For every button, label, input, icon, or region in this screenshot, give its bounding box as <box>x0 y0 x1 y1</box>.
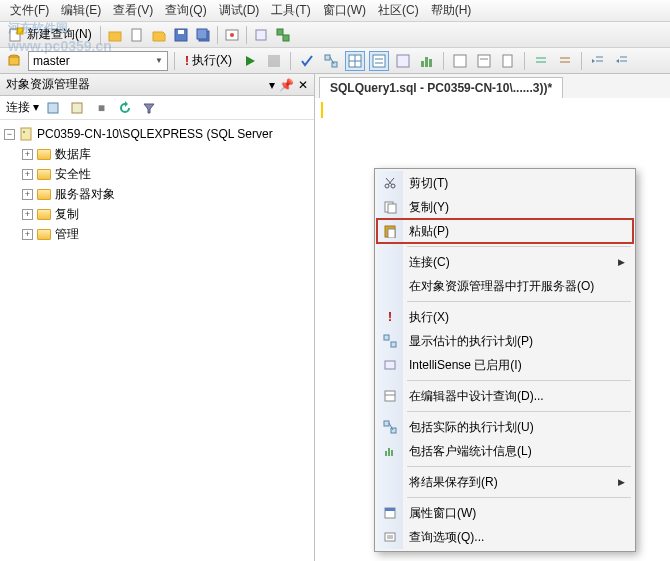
save-all-icon[interactable] <box>193 25 213 45</box>
uncomment-icon[interactable] <box>555 51 575 71</box>
svg-rect-45 <box>72 103 82 113</box>
menu-window[interactable]: 窗口(W) <box>317 0 372 21</box>
separator <box>443 52 444 70</box>
include-plan-icon[interactable] <box>393 51 413 71</box>
separator <box>581 52 582 70</box>
pin-icon[interactable]: 📌 <box>279 78 294 92</box>
svg-point-9 <box>230 33 234 37</box>
stats-icon[interactable] <box>417 51 437 71</box>
database-dropdown[interactable]: master ▼ <box>28 51 168 71</box>
tree-node-management[interactable]: + 管理 <box>0 224 314 244</box>
open-icon[interactable] <box>105 25 125 45</box>
filter-icon[interactable] <box>139 98 159 118</box>
editor-tab[interactable]: SQLQuery1.sql - PC0359-CN-10\......3))* <box>319 77 563 98</box>
comment-icon[interactable] <box>531 51 551 71</box>
svg-rect-3 <box>132 29 141 41</box>
svg-rect-60 <box>385 391 395 401</box>
folder-icon <box>36 186 52 202</box>
expand-icon[interactable]: + <box>22 229 33 240</box>
connect-button[interactable]: 连接 ▾ <box>6 99 39 116</box>
save-icon[interactable] <box>171 25 191 45</box>
stop-icon[interactable] <box>264 51 284 71</box>
svg-rect-66 <box>388 448 390 456</box>
ctx-plan[interactable]: 显示估计的执行计划(P) <box>377 329 633 353</box>
results-to-file-icon[interactable] <box>498 51 518 71</box>
refresh-icon[interactable] <box>115 98 135 118</box>
server-icon <box>18 126 34 142</box>
svg-rect-1 <box>17 28 23 34</box>
outdent-icon[interactable] <box>612 51 632 71</box>
results-to-grid-icon[interactable] <box>450 51 470 71</box>
menu-separator <box>407 380 631 381</box>
dropdown-icon[interactable]: ▾ <box>269 78 275 92</box>
svg-rect-10 <box>256 30 266 40</box>
menu-debug[interactable]: 调试(D) <box>213 0 266 21</box>
menu-view[interactable]: 查看(V) <box>107 0 159 21</box>
svg-rect-14 <box>9 57 19 65</box>
svg-rect-58 <box>391 342 396 347</box>
results-grid-icon[interactable] <box>345 51 365 71</box>
connect-icon[interactable] <box>43 98 63 118</box>
results-text-icon[interactable] <box>369 51 389 71</box>
tool-icon[interactable] <box>251 25 271 45</box>
ctx-label: 查询选项(Q)... <box>409 529 484 546</box>
menu-file[interactable]: 文件(F) <box>4 0 55 21</box>
db-icon[interactable] <box>4 51 24 71</box>
tree-node-database[interactable]: + 数据库 <box>0 144 314 164</box>
menu-separator <box>407 466 631 467</box>
ctx-copy[interactable]: 复制(Y) <box>377 195 633 219</box>
menu-edit[interactable]: 编辑(E) <box>55 0 107 21</box>
expand-icon[interactable]: + <box>22 169 33 180</box>
menu-community[interactable]: 社区(C) <box>372 0 425 21</box>
ctx-label: 显示估计的执行计划(P) <box>409 333 533 350</box>
debug-icon[interactable] <box>240 51 260 71</box>
execute-button[interactable]: ! 执行(X) <box>181 52 236 69</box>
parse-icon[interactable] <box>297 51 317 71</box>
ctx-paste[interactable]: 粘贴(P) <box>377 219 633 243</box>
plan-icon[interactable] <box>321 51 341 71</box>
tree-node-replication[interactable]: + 复制 <box>0 204 314 224</box>
connect-toolbar: 连接 ▾ ■ <box>0 96 314 120</box>
exec-icon: ! <box>382 309 398 325</box>
ctx-cut[interactable]: 剪切(T) <box>377 171 633 195</box>
object-tree[interactable]: − PC0359-CN-10\SQLEXPRESS (SQL Server + … <box>0 120 314 561</box>
ctx-prop[interactable]: 属性窗口(W) <box>377 501 633 525</box>
menu-help[interactable]: 帮助(H) <box>425 0 478 21</box>
ctx-item[interactable]: 在对象资源管理器中打开服务器(O) <box>377 274 633 298</box>
close-icon[interactable]: ✕ <box>298 78 308 92</box>
ctx-design[interactable]: 在编辑器中设计查询(D)... <box>377 384 633 408</box>
disconnect-icon[interactable] <box>67 98 87 118</box>
expand-icon[interactable]: + <box>22 149 33 160</box>
expand-icon[interactable]: + <box>22 209 33 220</box>
stop-icon[interactable]: ■ <box>91 98 111 118</box>
design-icon <box>382 388 398 404</box>
toolbar-query: master ▼ ! 执行(X) <box>0 48 670 74</box>
results-to-text-icon[interactable] <box>474 51 494 71</box>
open-file-icon[interactable] <box>149 25 169 45</box>
tree-label: 数据库 <box>55 146 91 163</box>
ctx-item[interactable]: 连接(C)▶ <box>377 250 633 274</box>
tree-node-server-objects[interactable]: + 服务器对象 <box>0 184 314 204</box>
ctx-stats[interactable]: 包括客户端统计信息(L) <box>377 439 633 463</box>
indent-icon[interactable] <box>588 51 608 71</box>
ctx-label: 属性窗口(W) <box>409 505 476 522</box>
svg-rect-23 <box>373 55 385 67</box>
new-query-button[interactable]: 新建查询(N) <box>4 25 96 45</box>
activity-icon[interactable] <box>222 25 242 45</box>
ctx-incplan[interactable]: 包括实际的执行计划(U) <box>377 415 633 439</box>
expand-icon[interactable]: + <box>22 189 33 200</box>
collapse-icon[interactable]: − <box>4 129 15 140</box>
registered-servers-icon[interactable] <box>273 25 293 45</box>
tree-root[interactable]: − PC0359-CN-10\SQLEXPRESS (SQL Server <box>0 124 314 144</box>
tree-node-security[interactable]: + 安全性 <box>0 164 314 184</box>
new-file-icon[interactable] <box>127 25 147 45</box>
menu-query[interactable]: 查询(Q) <box>159 0 212 21</box>
ctx-exec[interactable]: !执行(X) <box>377 305 633 329</box>
ctx-item[interactable]: 将结果保存到(R)▶ <box>377 470 633 494</box>
ctx-opt[interactable]: 查询选项(Q)... <box>377 525 633 549</box>
tree-label: 服务器对象 <box>55 186 115 203</box>
ctx-label: 粘贴(P) <box>409 223 449 240</box>
ctx-intel[interactable]: IntelliSense 已启用(I) <box>377 353 633 377</box>
svg-rect-30 <box>454 55 466 67</box>
menu-tools[interactable]: 工具(T) <box>265 0 316 21</box>
